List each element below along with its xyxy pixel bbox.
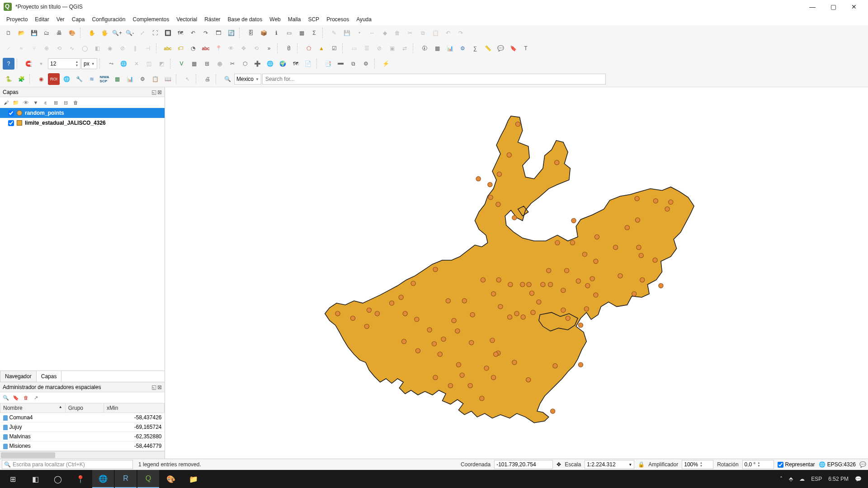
menu-procesos[interactable]: Procesos <box>323 15 353 24</box>
menu-configuracion[interactable]: Configuración <box>88 15 129 24</box>
invert-selection-icon[interactable]: ⇄ <box>399 42 410 54</box>
messages-icon[interactable]: 💬 <box>859 461 866 468</box>
paste-features-icon[interactable]: 📋 <box>429 27 441 39</box>
locator-input[interactable]: 🔍 Escriba para localizar (Ctrl+K) <box>2 460 133 469</box>
annotation-icon[interactable]: 🔖 <box>507 42 519 54</box>
add-group-icon[interactable]: 📁 <box>12 99 20 107</box>
add-ring-icon[interactable]: ◯ <box>79 42 90 54</box>
refresh-icon[interactable]: 🔄 <box>225 27 237 39</box>
tray-onedrive-icon[interactable]: ☁ <box>799 476 805 482</box>
offset-curve-icon[interactable]: ∥ <box>129 42 141 54</box>
zoom-next-icon[interactable]: ↷ <box>200 27 212 39</box>
taskbar-r-icon[interactable]: R <box>115 470 137 488</box>
undock-icon[interactable]: ◱ <box>151 384 156 390</box>
task-view-button[interactable]: ◧ <box>24 470 46 488</box>
menu-scp[interactable]: SCP <box>304 15 323 24</box>
snapping-opts-icon[interactable]: ▾ <box>35 58 47 70</box>
digitize-icon[interactable]: ⟋ <box>3 42 14 54</box>
bookmark-row[interactable]: Misiones-58,446779 <box>0 441 165 451</box>
save-as-icon[interactable]: 🗂 <box>41 27 52 39</box>
menu-basedatos[interactable]: Base de datos <box>224 15 266 24</box>
search-globe-icon[interactable]: 🔍 <box>222 73 233 85</box>
v-add-csv-icon[interactable]: 📄 <box>302 58 314 70</box>
expression-filter-icon[interactable]: ε <box>42 99 50 107</box>
scp-classification-icon[interactable]: ▦ <box>111 73 123 85</box>
start-button[interactable]: ⊞ <box>2 470 24 488</box>
system-tray[interactable]: ˄ ⬘ ☁ ESP 6:52 PM 💬 <box>775 476 866 482</box>
bookmark-row[interactable]: Comuna4-58,437426 <box>0 413 165 422</box>
tray-notifications-icon[interactable]: 💬 <box>855 476 862 482</box>
delete-selected-icon[interactable]: 🗑 <box>392 27 403 39</box>
field-calculator-icon[interactable]: Σ <box>308 27 320 39</box>
zoom-full-icon[interactable]: ⛶ <box>149 27 161 39</box>
scp-globe-icon[interactable]: 🌐 <box>61 73 72 85</box>
tray-chevron-up-icon[interactable]: ˄ <box>780 476 783 482</box>
scp-niwa-icon[interactable]: NIWASCP <box>99 73 110 85</box>
scp-bandset-icon[interactable]: ≋ <box>86 73 98 85</box>
map-canvas[interactable] <box>165 87 868 459</box>
v-vector-new-icon[interactable]: V <box>176 58 188 70</box>
menu-web[interactable]: Web <box>266 15 284 24</box>
collapse-all-icon[interactable]: ⊟ <box>61 99 70 107</box>
minimize-button[interactable]: — <box>802 0 823 14</box>
magnifier-value[interactable]: 100%▲▼ <box>682 460 713 469</box>
zoom-layer-icon[interactable]: 🗺 <box>175 27 186 39</box>
enable-tracing-icon[interactable]: 🌐 <box>118 58 130 70</box>
scp-preprocessing-icon[interactable]: 🔧 <box>73 73 85 85</box>
v-add-vector-icon[interactable]: ➕ <box>252 58 264 70</box>
copy-features-icon[interactable]: ⧉ <box>417 27 429 39</box>
coord-value[interactable]: -101.739,20.754 <box>494 460 553 469</box>
duplicate-layer-icon[interactable]: ⧉ <box>348 58 359 70</box>
style-manager-icon[interactable]: 🎨 <box>66 27 78 39</box>
pan-to-selection-icon[interactable]: 🖐 <box>99 27 110 39</box>
scp-settings-icon[interactable]: 📋 <box>149 73 161 85</box>
map-tips-icon[interactable]: 💬 <box>495 42 506 54</box>
manage-visibility-icon[interactable]: 👁 <box>22 99 30 107</box>
deselect-icon[interactable]: ⊘ <box>373 42 385 54</box>
scp-batch-icon[interactable]: ⚙ <box>137 73 148 85</box>
save-project-icon[interactable]: 💾 <box>28 27 40 39</box>
layer-properties-icon[interactable]: ⚙ <box>360 58 372 70</box>
tolerance-unit-combo[interactable]: px ▼ <box>81 58 97 69</box>
filter-legend-icon[interactable]: ▼ <box>32 99 40 107</box>
open-project-icon[interactable]: 📂 <box>15 27 27 39</box>
v-add-wms-icon[interactable]: 🌍 <box>277 58 289 70</box>
menu-vectorial[interactable]: Vectorial <box>173 15 201 24</box>
delete-bookmark-icon[interactable]: 🗑 <box>22 394 30 402</box>
layer-row[interactable]: limite_estadual_JALISCO_4326 <box>0 118 165 128</box>
shape-polygon-icon[interactable]: ⬠ <box>303 42 315 54</box>
measure-icon[interactable]: 📏 <box>482 42 494 54</box>
help-icon[interactable]: ? <box>3 58 14 70</box>
menu-proyecto[interactable]: Proyecto <box>3 15 31 24</box>
add-bookmark-icon[interactable]: 🔖 <box>12 394 20 402</box>
tray-lang[interactable]: ESP <box>811 476 822 482</box>
v-buffer-icon[interactable]: ◎ <box>214 58 226 70</box>
fill-ring-icon[interactable]: ◉ <box>104 42 116 54</box>
layout-manager-icon[interactable]: 🖶 <box>53 27 65 39</box>
col-xmin[interactable]: xMin <box>104 404 165 413</box>
maximize-button[interactable]: ▢ <box>823 0 844 14</box>
toggle-editing-icon[interactable]: ✎ <box>328 27 340 39</box>
label-highlight-icon[interactable]: abc <box>200 42 212 54</box>
label-tool-icon[interactable]: 🏷 <box>175 42 186 54</box>
shape-warning-icon[interactable]: ▲ <box>316 42 327 54</box>
scale-combo[interactable]: 1:2.224.312▼ <box>585 460 634 469</box>
statistics-icon[interactable]: 📊 <box>444 42 456 54</box>
menu-ayuda[interactable]: Ayuda <box>353 15 375 24</box>
simplify-icon[interactable]: ∿ <box>66 42 78 54</box>
render-checkbox[interactable]: Representar <box>778 461 815 468</box>
zoom-bookmark-icon[interactable]: 🔍 <box>2 394 10 402</box>
zoom-native-icon[interactable]: ⤢ <box>137 27 148 39</box>
undock-icon[interactable]: ◱ <box>151 89 156 95</box>
scp-postprocessing-icon[interactable]: 📊 <box>124 73 136 85</box>
remove-layer-icon[interactable]: ➖ <box>335 58 347 70</box>
tab-navegador[interactable]: Navegador <box>0 371 37 382</box>
zoom-in-icon[interactable]: 🔍+ <box>111 27 123 39</box>
bookmark-row[interactable]: Jujuy-69,165724 <box>0 422 165 432</box>
undo-icon[interactable]: ↶ <box>442 27 454 39</box>
arrow-icon[interactable]: ↖ <box>182 73 193 85</box>
label-abc-icon[interactable]: abc <box>162 42 174 54</box>
search-input[interactable] <box>263 76 605 82</box>
tray-dropbox-icon[interactable]: ⬘ <box>789 476 793 482</box>
menu-raster[interactable]: Ráster <box>201 15 224 24</box>
